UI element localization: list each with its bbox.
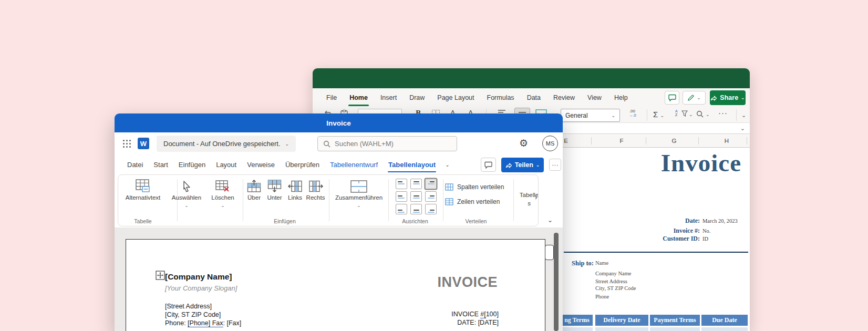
table-header-delivery-date[interactable]: Delivery Date <box>595 315 648 326</box>
align-bottom-center-button[interactable] <box>410 204 422 214</box>
share-icon <box>505 162 512 168</box>
document-name-pill[interactable]: Document - Auf OneDrive gespeichert. ⌄ <box>157 136 296 152</box>
search-box[interactable] <box>317 136 457 151</box>
group-label-distribute: Verteilen <box>452 218 500 224</box>
excel-tab-review[interactable]: Review <box>547 88 581 108</box>
excel-share-button[interactable]: Share ⌄ <box>710 90 746 105</box>
autosum-button[interactable]: Σ ⌄ <box>653 110 664 119</box>
excel-tab-home[interactable]: Home <box>343 88 374 108</box>
document-slogan[interactable]: [Your Company Slogan] <box>165 284 237 292</box>
ribbon-collapse-chevron-icon[interactable]: ⌄ <box>547 216 553 224</box>
excel-editing-mode-button[interactable]: ⌄ <box>683 91 706 105</box>
ship-to-street[interactable]: Street Address <box>595 278 627 284</box>
align-top-left-button[interactable] <box>396 179 407 189</box>
word-share-button[interactable]: Teilen ⌄ <box>501 158 544 172</box>
table-header-due-date[interactable]: Due Date <box>701 315 748 326</box>
excel-tab-insert[interactable]: Insert <box>374 88 403 108</box>
decrease-decimal-icon[interactable]: .00 →.0 <box>628 109 636 118</box>
settings-gear-icon[interactable]: ⚙ <box>519 138 528 149</box>
vertical-scrollbar-thumb[interactable] <box>554 233 559 331</box>
table-move-handle-icon[interactable] <box>156 271 165 280</box>
excel-tab-view[interactable]: View <box>581 88 608 108</box>
number-format-dropdown[interactable]: General ⌄ <box>561 109 620 122</box>
select-button[interactable]: Auswählen ⌄ <box>170 179 203 208</box>
ship-to-company[interactable]: Company Name <box>595 271 632 276</box>
distribute-rows-button[interactable]: Zeilen verteilen <box>445 198 500 205</box>
alt-text-button[interactable]: Alternativtext <box>120 179 166 201</box>
ribbon-collapse-chevron-icon[interactable]: ⌄ <box>741 112 746 119</box>
insert-left-button[interactable]: Links <box>285 179 305 201</box>
word-tab-datei[interactable]: Datei <box>122 155 148 174</box>
excel-tab-data[interactable]: Data <box>521 88 547 108</box>
column-header-f[interactable]: F <box>615 134 628 148</box>
word-tab-start[interactable]: Start <box>148 155 173 174</box>
excel-tab-formulas[interactable]: Formulas <box>481 88 521 108</box>
document-street[interactable]: [Street Address] <box>165 303 212 310</box>
insert-below-button[interactable]: Unter <box>265 179 284 201</box>
align-top-center-button[interactable] <box>410 179 422 189</box>
document-company-name[interactable]: [Company Name] <box>165 272 232 282</box>
align-middle-right-button[interactable] <box>425 191 437 202</box>
ship-to-city[interactable]: City, ST ZIP Code <box>595 285 636 291</box>
document-invoice-meta[interactable]: INVOICE #[100] DATE: [DATE] <box>451 310 499 327</box>
ribbon-scroll-right-chevron-icon[interactable]: › <box>535 193 537 201</box>
excel-tab-help[interactable]: Help <box>608 88 634 108</box>
excel-titlebar[interactable] <box>313 68 750 88</box>
formula-bar-expand-chevron-icon[interactable]: ⌄ <box>740 125 745 132</box>
app-launcher-icon[interactable] <box>123 140 131 148</box>
excel-tab-file[interactable]: File <box>320 88 343 108</box>
table-row-cell[interactable] <box>595 327 648 331</box>
table-row-cell[interactable] <box>650 327 700 331</box>
search-input[interactable] <box>335 140 440 148</box>
date-value[interactable]: March 20, 2023 <box>702 218 738 224</box>
invoice-number-value[interactable]: No. <box>702 228 710 234</box>
word-ribbon-panel: Alternativtext Auswählen ⌄ Löschen ⌄ <box>118 174 539 226</box>
document-city[interactable]: [City, ST ZIP Code] <box>165 311 221 318</box>
align-bottom-right-button[interactable] <box>425 204 437 214</box>
table-header-payment-terms[interactable]: Payment Terms <box>650 315 700 326</box>
word-comments-button[interactable] <box>481 158 496 172</box>
group-label-insert: Einfügen <box>261 218 308 224</box>
document-name-label: Document - Auf OneDrive gespeichert. <box>163 140 281 148</box>
table-row-cell[interactable] <box>561 327 593 331</box>
merge-button[interactable]: Zusammenführen ⌄ <box>330 179 388 208</box>
excel-tab-draw[interactable]: Draw <box>403 88 431 108</box>
word-tab-tabellenlayout[interactable]: Tabellenlayout <box>383 155 441 174</box>
document-page[interactable]: [Company Name] [Your Company Slogan] [St… <box>126 239 545 331</box>
column-header-g[interactable]: G <box>668 134 680 148</box>
word-window: Invoice W Document - Auf OneDrive gespei… <box>115 113 563 331</box>
distribute-columns-button[interactable]: Spalten verteilen <box>445 183 504 191</box>
table-row-cell[interactable] <box>701 327 748 331</box>
excel-tab-page-layout[interactable]: Page Layout <box>431 88 480 108</box>
align-middle-center-button[interactable] <box>410 191 422 202</box>
word-tab-einfuegen[interactable]: Einfügen <box>173 155 211 174</box>
ship-to-phone[interactable]: Phone <box>595 294 609 299</box>
find-icon[interactable] <box>696 110 704 118</box>
column-header-h[interactable]: H <box>720 134 733 148</box>
word-app-icon[interactable]: W <box>138 138 149 149</box>
align-bottom-left-button[interactable] <box>396 204 407 214</box>
ship-to-name[interactable]: Name <box>595 260 608 266</box>
word-tab-tabellenentwurf[interactable]: Tabellenentwurf <box>325 155 383 174</box>
chevron-down-icon: ⌄ <box>330 203 388 208</box>
align-top-right-button[interactable] <box>425 179 437 189</box>
word-tab-verweise[interactable]: Verweise <box>242 155 280 174</box>
sort-filter-button[interactable]: A Z <box>675 109 678 117</box>
word-tab-layout[interactable]: Layout <box>211 155 242 174</box>
invoice-number-label: Invoice #: <box>595 227 700 235</box>
align-middle-left-button[interactable] <box>396 191 407 202</box>
excel-ribbon-overflow-button[interactable]: ··· <box>718 108 728 117</box>
tab-overflow-chevron-icon[interactable]: ⌄ <box>445 162 449 168</box>
document-phone-line[interactable]: Phone: [Phone] Fax: [Fax] <box>165 319 241 327</box>
page-edge-handle[interactable] <box>545 245 554 260</box>
word-ribbon-overflow-button[interactable]: ··· <box>549 159 561 171</box>
insert-above-button[interactable]: Über <box>244 179 264 201</box>
table-header-shipping-terms[interactable]: ng Terms <box>561 315 593 326</box>
customer-id-value[interactable]: ID <box>702 236 708 242</box>
word-titlebar[interactable]: Invoice <box>115 113 563 132</box>
insert-right-button[interactable]: Rechts <box>306 179 325 201</box>
excel-comments-button[interactable] <box>665 91 679 105</box>
word-tab-ueberpruefen[interactable]: Überprüfen <box>280 155 325 174</box>
user-avatar[interactable]: MS <box>542 136 558 151</box>
delete-button[interactable]: Löschen ⌄ <box>206 179 240 208</box>
